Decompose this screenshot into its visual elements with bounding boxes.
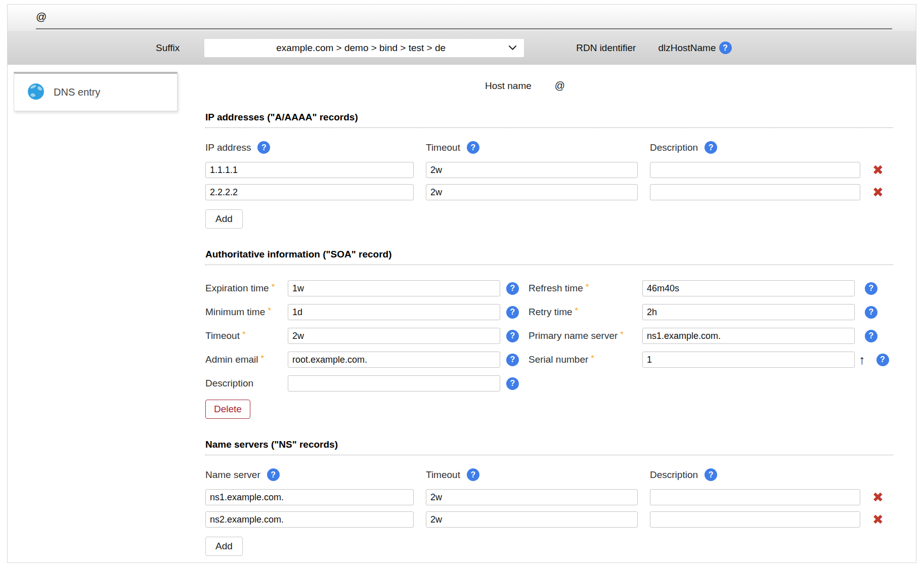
toolbar: Suffix example.com > demo > bind > test … xyxy=(8,31,916,65)
ns-timeout-input[interactable] xyxy=(426,489,638,505)
ip-timeout-input[interactable] xyxy=(426,162,638,178)
ip-description-input[interactable] xyxy=(650,162,860,178)
soa-timeout-text: Timeout xyxy=(205,330,240,341)
remove-row-icon[interactable]: ✖ xyxy=(872,491,893,504)
retry-time-label: Retry time* xyxy=(529,307,642,318)
retry-time-text: Retry time xyxy=(529,307,573,317)
name-servers-section: Name servers ("NS" records) Name server … xyxy=(205,439,893,556)
help-icon[interactable]: ? xyxy=(705,468,717,481)
required-marker: * xyxy=(620,330,624,339)
suffix-select-value: example.com > demo > bind > test > de xyxy=(204,42,508,54)
tab-dns-entry-label: DNS entry xyxy=(54,86,100,98)
required-marker: * xyxy=(591,354,594,363)
serial-number-text: Serial number xyxy=(529,354,588,365)
remove-row-icon[interactable]: ✖ xyxy=(872,186,893,199)
help-icon[interactable]: ? xyxy=(467,141,479,154)
help-icon[interactable]: ? xyxy=(506,354,519,366)
help-icon[interactable]: ? xyxy=(257,141,270,154)
help-icon[interactable]: ? xyxy=(865,282,877,295)
expiration-time-input[interactable] xyxy=(288,280,500,296)
help-icon[interactable]: ? xyxy=(705,141,717,154)
suffix-label: Suffix xyxy=(156,42,180,54)
admin-email-text: Admin email xyxy=(205,354,258,365)
ip-address-header-label: IP address xyxy=(205,142,251,153)
required-marker: * xyxy=(575,306,579,316)
ip-address-column-header: IP address ? xyxy=(205,141,414,154)
add-ip-button[interactable]: Add xyxy=(205,209,243,229)
suffix-select[interactable]: example.com > demo > bind > test > de xyxy=(204,39,524,57)
ip-description-input[interactable] xyxy=(650,184,860,200)
ip-address-input[interactable] xyxy=(205,162,414,178)
description-header-label: Description xyxy=(650,142,698,153)
description-column-header: Description ? xyxy=(650,468,860,481)
content-area: DNS entry Host name @ IP addresses ("A/A… xyxy=(8,65,916,556)
page-container: @ Suffix example.com > demo > bind > tes… xyxy=(7,4,916,563)
name-server-input[interactable] xyxy=(205,489,414,505)
timeout-header-label: Timeout xyxy=(426,142,460,153)
refresh-time-label: Refresh time* xyxy=(529,283,642,294)
admin-email-label: Admin email* xyxy=(205,354,288,365)
minimum-time-text: Minimum time xyxy=(205,307,265,317)
required-marker: * xyxy=(242,330,246,339)
ip-address-input[interactable] xyxy=(205,184,414,200)
required-marker: * xyxy=(261,354,265,363)
rdn-identifier-label: RDN identifier xyxy=(576,42,636,54)
expiration-time-text: Expiration time xyxy=(205,283,269,293)
help-icon[interactable]: ? xyxy=(267,468,280,481)
refresh-time-text: Refresh time xyxy=(529,283,583,293)
retry-time-input[interactable] xyxy=(642,304,855,320)
host-name-row: Host name @ xyxy=(205,80,845,92)
delete-button[interactable]: Delete xyxy=(205,400,250,419)
timeout-column-header: Timeout ? xyxy=(426,141,638,154)
help-icon[interactable]: ? xyxy=(865,306,877,319)
name-server-input[interactable] xyxy=(205,511,414,528)
ip-addresses-section: IP addresses ("A/AAAA" records) IP addre… xyxy=(205,112,893,229)
ns-timeout-input[interactable] xyxy=(426,511,638,528)
ns-description-input[interactable] xyxy=(650,511,860,528)
sidebar: DNS entry xyxy=(8,65,205,556)
rdn-identifier-value: dlzHostName xyxy=(658,42,716,54)
soa-description-input[interactable] xyxy=(288,375,500,392)
name-server-header-label: Name server xyxy=(205,469,260,481)
title-band: @ xyxy=(8,5,916,31)
serial-number-input[interactable] xyxy=(642,352,855,368)
soa-section-title: Authoritative information ("SOA" record) xyxy=(205,249,893,265)
primary-name-server-label: Primary name server* xyxy=(529,330,642,341)
ns-section-title: Name servers ("NS" records) xyxy=(205,439,893,455)
ip-timeout-input[interactable] xyxy=(426,184,638,200)
help-icon[interactable]: ? xyxy=(506,377,519,390)
remove-row-icon[interactable]: ✖ xyxy=(872,163,893,177)
required-marker: * xyxy=(586,282,589,292)
primary-name-server-input[interactable] xyxy=(642,328,855,344)
help-icon[interactable]: ? xyxy=(506,282,519,295)
soa-timeout-input[interactable] xyxy=(288,328,500,344)
ip-section-title: IP addresses ("A/AAAA" records) xyxy=(205,112,893,128)
host-name-value: @ xyxy=(555,80,565,92)
help-icon[interactable]: ? xyxy=(876,354,889,366)
help-icon[interactable]: ? xyxy=(719,41,732,54)
help-icon[interactable]: ? xyxy=(506,306,519,319)
expiration-time-label: Expiration time* xyxy=(205,283,288,294)
help-icon[interactable]: ? xyxy=(506,330,519,342)
name-server-column-header: Name server ? xyxy=(205,468,414,481)
help-icon[interactable]: ? xyxy=(467,468,479,481)
help-icon[interactable]: ? xyxy=(865,330,877,342)
refresh-time-input[interactable] xyxy=(642,280,855,296)
description-header-label: Description xyxy=(650,469,698,481)
soa-description-label: Description xyxy=(205,378,288,389)
minimum-time-input[interactable] xyxy=(288,304,500,320)
tab-dns-entry[interactable]: DNS entry xyxy=(14,72,178,111)
primary-name-server-text: Primary name server xyxy=(529,330,618,341)
increment-serial-icon[interactable]: ↑ xyxy=(859,354,865,366)
ns-description-input[interactable] xyxy=(650,489,860,505)
soa-description-text: Description xyxy=(205,378,253,388)
timeout-column-header: Timeout ? xyxy=(426,468,638,481)
description-column-header: Description ? xyxy=(650,141,860,154)
title-divider xyxy=(36,28,892,29)
remove-row-icon[interactable]: ✖ xyxy=(872,513,893,526)
required-marker: * xyxy=(268,306,271,316)
host-name-label: Host name xyxy=(485,80,532,92)
timeout-header-label: Timeout xyxy=(426,469,460,481)
admin-email-input[interactable] xyxy=(288,352,500,368)
add-name-server-button[interactable]: Add xyxy=(205,537,243,556)
